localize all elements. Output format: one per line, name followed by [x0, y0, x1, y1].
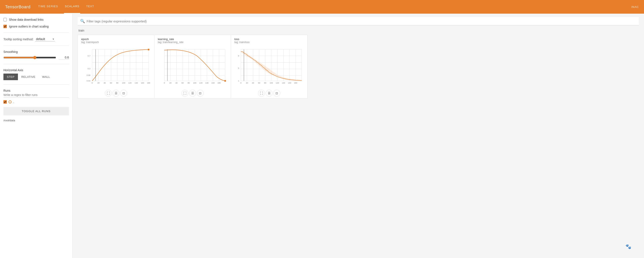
svg-text:9: 9	[238, 55, 239, 57]
main-nav: TIME SERIES SCALARS TEXT	[37, 0, 95, 14]
tooltip-select-wrapper[interactable]: default ascending descending ▼	[35, 37, 55, 41]
chart-epoch-data-btn[interactable]: ☰	[112, 90, 120, 96]
svg-text:120: 120	[276, 82, 279, 84]
chart-lr-tag: tag: train/learning_rate	[158, 41, 227, 44]
show-download-label: Show data download links	[9, 18, 44, 21]
sidebar: Show data download links Ignore outliers…	[0, 14, 72, 258]
svg-text:40: 40	[104, 82, 106, 84]
svg-text:0: 0	[92, 82, 92, 84]
svg-point-16	[148, 48, 150, 50]
svg-text:80: 80	[264, 82, 266, 84]
tooltip-select[interactable]: default ascending descending	[35, 37, 55, 41]
chart-epoch-area: 0.04 0.08 0.3 0.7 0 20 40 60 80 100 120 …	[81, 46, 151, 88]
svg-text:100: 100	[193, 82, 196, 84]
runs-label: Runs	[4, 89, 69, 92]
toggle-all-runs-button[interactable]: TOGGLE ALL RUNS	[4, 107, 69, 115]
run-dot-name: .	[13, 100, 14, 104]
svg-text:20: 20	[246, 82, 248, 84]
svg-text:40: 40	[176, 82, 178, 84]
runs-filter-input[interactable]	[4, 92, 69, 98]
chart-lr-expand-btn[interactable]: ⛶	[182, 90, 188, 96]
svg-text:1: 1	[238, 80, 239, 82]
inactive-badge: INAC	[632, 5, 639, 8]
svg-text:140: 140	[205, 82, 208, 84]
runs-section: Runs .	[4, 89, 69, 104]
svg-text:0: 0	[164, 82, 165, 84]
tooltip-sorting-label: Tooltip sorting method:	[4, 38, 34, 41]
svg-text:60: 60	[258, 82, 260, 84]
tooltip-row: Tooltip sorting method: default ascendin…	[4, 37, 69, 41]
chart-lr-title: learning_rate	[158, 38, 227, 41]
svg-text:20: 20	[169, 82, 172, 84]
svg-text:140: 140	[282, 82, 285, 84]
paw-icon[interactable]: 🐾	[626, 244, 631, 250]
svg-text:160: 160	[141, 82, 144, 84]
chart-loss-area: 1 5 9 0 20 40 60 80 100 120 140	[234, 46, 304, 88]
ignore-outliers-checkbox[interactable]	[4, 25, 7, 28]
svg-text:140: 140	[134, 82, 138, 84]
run-dot-circle	[8, 100, 12, 104]
run-row-dot: .	[4, 100, 69, 104]
svg-text:100: 100	[270, 82, 273, 84]
chart-loss-expand-btn[interactable]: ⛶	[258, 90, 265, 96]
svg-text:0.3: 0.3	[88, 68, 90, 70]
svg-text:5: 5	[238, 67, 239, 69]
app-logo: TensorBoard	[5, 4, 30, 10]
axis-step-button[interactable]: STEP	[4, 74, 18, 80]
nav-scalars[interactable]: SCALARS	[64, 0, 80, 14]
svg-text:60: 60	[182, 82, 184, 84]
chart-learning-rate: learning_rate tag: train/learning_rate	[154, 35, 231, 98]
chart-epoch-expand-btn[interactable]: ⛶	[105, 90, 112, 96]
main-layout: Show data download links Ignore outliers…	[0, 14, 644, 258]
chart-loss-fit-btn[interactable]: ⊡	[274, 90, 280, 96]
axis-relative-button[interactable]: RELATIVE	[18, 74, 39, 80]
svg-text:120: 120	[128, 82, 132, 84]
chart-lr-svg: 0 20 40 60 80 100 120 140 160 180	[158, 46, 227, 88]
ignore-outliers-checkbox-row[interactable]: Ignore outliers in chart scaling	[4, 25, 69, 28]
smoothing-slider[interactable]	[4, 56, 56, 59]
smoothing-section: Smoothing	[4, 50, 69, 60]
chart-loss-tag: tag: train/loss	[234, 41, 304, 44]
chart-loss: loss tag: train/loss	[231, 35, 308, 98]
svg-text:0.7: 0.7	[88, 55, 90, 57]
show-download-checkbox[interactable]	[4, 18, 7, 21]
nav-time-series[interactable]: TIME SERIES	[37, 0, 59, 14]
svg-point-49	[224, 80, 226, 82]
svg-text:180: 180	[147, 82, 150, 84]
chart-epoch-svg: 0.04 0.08 0.3 0.7 0 20 40 60 80 100 120 …	[81, 46, 151, 88]
filter-input[interactable]	[86, 20, 636, 23]
chart-epoch-fit-btn[interactable]: ⊡	[120, 90, 127, 96]
nav-text[interactable]: TEXT	[85, 0, 95, 14]
chart-epoch-tag: tag: train/epoch	[81, 41, 151, 44]
chart-lr-fit-btn[interactable]: ⊡	[197, 90, 204, 96]
chart-lr-area: 0 20 40 60 80 100 120 140 160 180	[158, 46, 227, 88]
svg-text:80: 80	[116, 82, 118, 84]
smoothing-row	[4, 55, 69, 60]
chart-lr-data-btn[interactable]: ☰	[189, 90, 196, 96]
svg-text:0: 0	[240, 82, 242, 84]
axis-buttons: STEP RELATIVE WALL	[4, 74, 69, 80]
svg-text:100: 100	[122, 82, 125, 84]
svg-text:60: 60	[110, 82, 112, 84]
chart-epoch: epoch tag: train/epoch	[78, 35, 154, 98]
chart-epoch-title: epoch	[81, 38, 151, 41]
svg-text:20: 20	[97, 82, 99, 84]
axis-wall-button[interactable]: WALL	[39, 74, 54, 80]
chart-loss-data-btn[interactable]: ☰	[266, 90, 272, 96]
smoothing-slider-container	[4, 56, 56, 60]
main-content: 🔍 train epoch tag: train/epoch	[72, 14, 644, 258]
run-dot-checkbox[interactable]	[4, 100, 7, 104]
svg-text:120: 120	[199, 82, 202, 84]
smoothing-label: Smoothing	[4, 50, 69, 54]
smoothing-value-input[interactable]	[59, 55, 69, 60]
chart-loss-actions: ⛶ ☰ ⊡	[234, 90, 304, 96]
path-label: /root/data	[4, 119, 69, 122]
horizontal-axis-label: Horizontal Axis	[4, 68, 69, 72]
filter-bar: 🔍	[78, 17, 639, 25]
divider-4	[4, 84, 69, 85]
app-header: TensorBoard TIME SERIES SCALARS TEXT INA…	[0, 0, 644, 14]
svg-text:180: 180	[294, 82, 297, 84]
svg-text:40: 40	[252, 82, 254, 84]
horizontal-axis-section: Horizontal Axis STEP RELATIVE WALL	[4, 68, 69, 80]
show-download-checkbox-row[interactable]: Show data download links	[4, 18, 69, 21]
